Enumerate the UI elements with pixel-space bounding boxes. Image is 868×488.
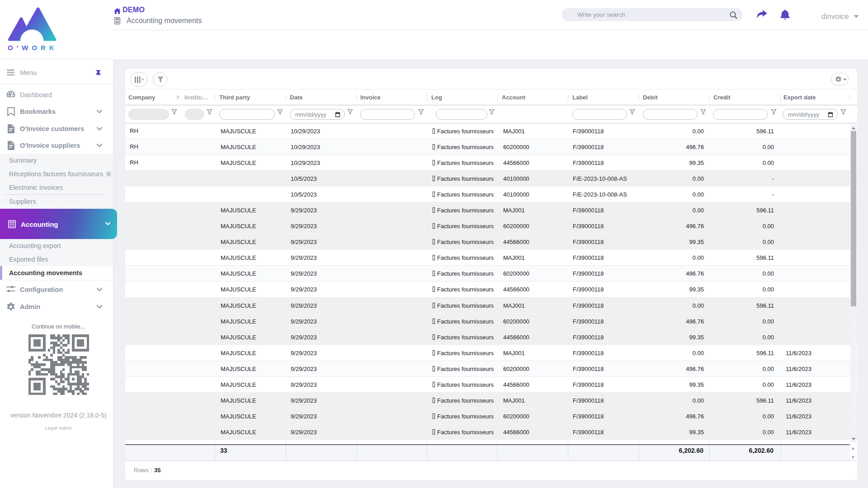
svg-text:O'WORK: O'WORK: [8, 44, 57, 51]
